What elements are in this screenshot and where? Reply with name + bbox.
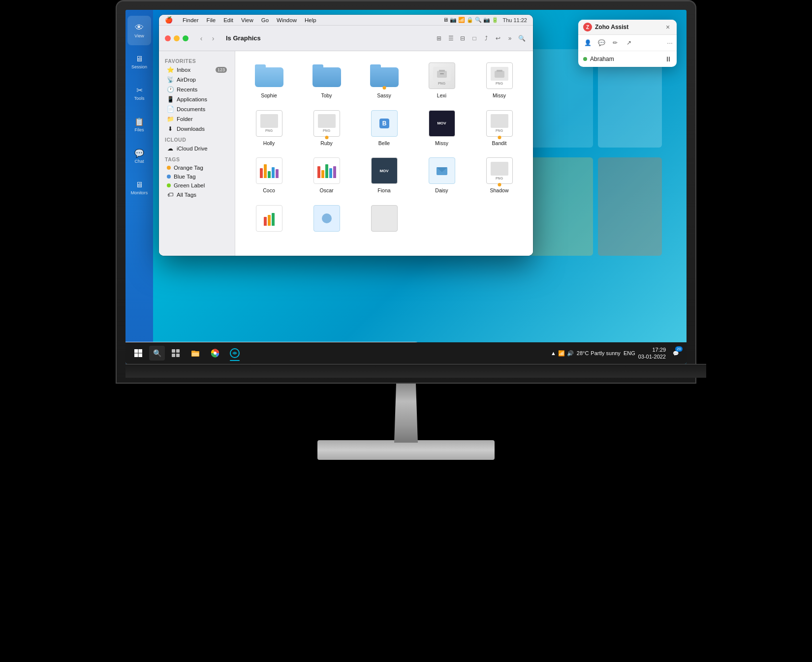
- file-bandit[interactable]: PNG Bandit: [471, 105, 527, 150]
- zoho-session-info: Abraham ⏸: [578, 51, 677, 67]
- toby-label: Toby: [321, 92, 332, 99]
- menubar-edit[interactable]: Edit: [223, 17, 233, 23]
- file-belle[interactable]: B Belle: [356, 105, 412, 150]
- file-sassy[interactable]: Sassy: [356, 57, 412, 103]
- volume-icon: 🔊: [567, 350, 574, 357]
- notification-button[interactable]: 💬 20: [669, 346, 683, 360]
- file-partial2[interactable]: [299, 200, 354, 239]
- menubar-file[interactable]: File: [207, 17, 216, 23]
- close-button[interactable]: [165, 35, 171, 41]
- task-view-button[interactable]: [167, 344, 185, 362]
- sidebar-blue-tag[interactable]: Blue Tag: [161, 172, 233, 181]
- minimize-button[interactable]: [174, 35, 180, 41]
- menubar-help[interactable]: Help: [305, 17, 316, 23]
- partial1-icon-area: [254, 204, 284, 233]
- clock-time: 17:29: [638, 346, 666, 353]
- sidebar-recents[interactable]: 🕐 Recents: [161, 85, 233, 94]
- zoho-assist-popup: ‹ Z Zoho Assist × 👤 💬 ✏ ↗ ···: [578, 20, 677, 67]
- zoho-pause-button[interactable]: ⏸: [665, 55, 672, 63]
- sidebar-label-tools: Tools: [134, 96, 144, 101]
- windows-taskbar: 🔍: [125, 342, 687, 364]
- sidebar-downloads[interactable]: ⬇ Downloads: [161, 124, 233, 134]
- menubar-view[interactable]: View: [241, 17, 253, 23]
- weather-temp: 28°C: [577, 350, 589, 356]
- file-lexi[interactable]: PNG Lexi: [414, 57, 469, 103]
- svg-rect-60: [134, 354, 138, 358]
- zoho-person-button[interactable]: 👤: [582, 37, 593, 48]
- file-partial1[interactable]: [241, 200, 297, 239]
- taskbar-search-button[interactable]: 🔍: [149, 346, 165, 361]
- file-explorer-button[interactable]: [187, 344, 204, 362]
- file-daisy[interactable]: Daisy: [414, 152, 469, 198]
- monitor-outer: 👁 View 🖥 Session ✂ Tools 📋 Files: [111, 0, 701, 662]
- back2-btn[interactable]: ↩: [493, 33, 503, 43]
- sidebar-green-label[interactable]: Green Label: [161, 181, 233, 190]
- share-btn[interactable]: ⤴: [481, 33, 492, 43]
- file-missy-mov[interactable]: MOV Missy: [414, 105, 469, 150]
- sidebar-inbox[interactable]: ⭐ Inbox 123: [161, 65, 233, 75]
- zoho-title: Zoho Assist: [595, 24, 628, 30]
- more-btn[interactable]: »: [504, 33, 515, 43]
- downloads-icon: ⬇: [167, 125, 174, 132]
- win-bg-shape: [529, 49, 667, 266]
- recents-label: Recents: [177, 87, 197, 92]
- file-oscar[interactable]: Oscar: [299, 152, 354, 198]
- search-btn[interactable]: 🔍: [516, 33, 527, 43]
- svg-point-13: [322, 213, 332, 223]
- sidebar-item-tools[interactable]: ✂ Tools: [127, 79, 151, 108]
- column-view-btn[interactable]: ⊟: [457, 33, 468, 43]
- icon-view-btn[interactable]: ⊞: [434, 33, 444, 43]
- chrome-taskbar-button[interactable]: [206, 344, 224, 362]
- list-view-btn[interactable]: ☰: [445, 33, 456, 43]
- file-holly[interactable]: PNG Holly: [241, 105, 297, 150]
- sidebar-item-monitors[interactable]: 🖥 Monitors: [127, 173, 151, 203]
- sidebar-applications[interactable]: 📱 Applications: [161, 94, 233, 104]
- zoho-chat-button[interactable]: 💬: [596, 37, 607, 48]
- start-button[interactable]: [129, 344, 147, 362]
- inbox-label: Inbox: [177, 67, 190, 73]
- file-sophie[interactable]: Sophie: [241, 57, 297, 103]
- chevron-up-icon[interactable]: ▲: [551, 350, 556, 356]
- menubar-finder[interactable]: Finder: [183, 17, 199, 23]
- zoho-close-button[interactable]: ×: [664, 23, 672, 31]
- belle-icon-area: B: [370, 109, 399, 138]
- session-icon: 🖥: [135, 55, 143, 63]
- sidebar-airdrop[interactable]: 📡 AirDrop: [161, 75, 233, 85]
- maximize-button[interactable]: [183, 35, 188, 41]
- finder-sidebar: Favorites ⭐ Inbox 123 📡 AirDrop: [159, 51, 235, 256]
- mac-menubar: 🍎 Finder File Edit View Go Window Help 🖥…: [159, 15, 533, 26]
- sidebar-item-view[interactable]: 👁 View: [127, 16, 151, 45]
- view-icon: 👁: [135, 23, 144, 32]
- sidebar-folder[interactable]: 📁 Folder: [161, 114, 233, 124]
- gallery-view-btn[interactable]: □: [469, 33, 480, 43]
- file-shadow[interactable]: PNG Shadow: [471, 152, 527, 198]
- sidebar-item-files[interactable]: 📋 Files: [127, 110, 151, 140]
- system-tray-icons: ▲ 📶 🔊: [551, 350, 574, 357]
- finder-view-buttons: ⊞ ☰ ⊟ □ ⤴ ↩ » 🔍: [434, 33, 527, 43]
- sidebar-all-tags[interactable]: 🏷 All Tags: [161, 190, 233, 200]
- file-ruby[interactable]: PNG Ruby: [299, 105, 354, 150]
- zoho-share-button[interactable]: ↗: [624, 37, 634, 48]
- menubar-go[interactable]: Go: [261, 17, 269, 23]
- menubar-window[interactable]: Window: [277, 17, 297, 23]
- sidebar-icloud-drive[interactable]: ☁ iCloud Drive: [161, 144, 233, 153]
- zoho-edit-button[interactable]: ✏: [610, 37, 621, 48]
- file-toby[interactable]: Toby: [299, 57, 354, 103]
- sidebar-documents[interactable]: 📄 Documents: [161, 104, 233, 114]
- zoho-more-options[interactable]: ···: [667, 39, 673, 47]
- file-coco[interactable]: Coco: [241, 152, 297, 198]
- finder-nav-buttons: ‹ ›: [196, 33, 218, 43]
- icloud-label: iCloud: [159, 134, 235, 144]
- file-fiona[interactable]: MOV Fiona: [356, 152, 412, 198]
- sidebar-orange-tag[interactable]: Orange Tag: [161, 163, 233, 172]
- back-button[interactable]: ‹: [196, 33, 206, 43]
- forward-button[interactable]: ›: [208, 33, 218, 43]
- clock-date: 03-01-2022: [638, 353, 666, 360]
- file-partial3[interactable]: [356, 200, 412, 239]
- sidebar-item-session[interactable]: 🖥 Session: [127, 47, 151, 77]
- sidebar-item-chat[interactable]: 💬 Chat: [127, 142, 151, 171]
- zoho-taskbar-button[interactable]: [226, 344, 244, 362]
- sassy-folder: [370, 64, 399, 87]
- file-missy1[interactable]: PNG Missy: [471, 57, 527, 103]
- recents-icon: 🕐: [167, 86, 174, 93]
